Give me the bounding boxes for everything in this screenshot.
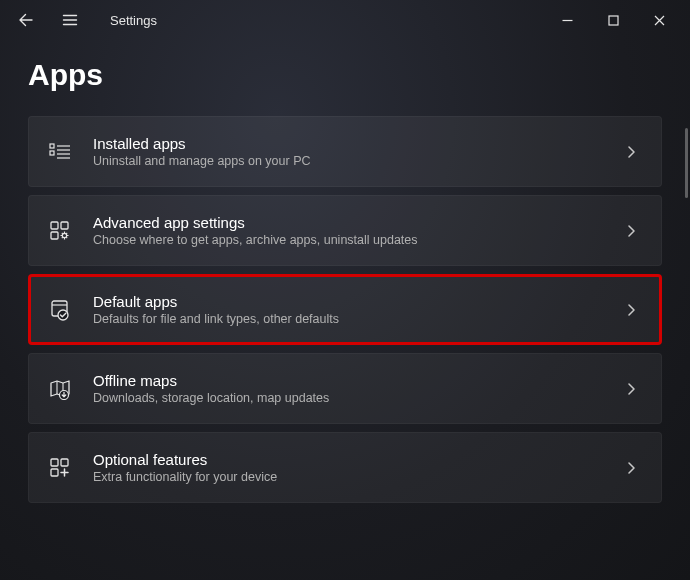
settings-item-advanced-app-settings[interactable]: Advanced app settings Choose where to ge… (28, 195, 662, 266)
item-text: Default apps Defaults for file and link … (93, 293, 599, 326)
chevron-right-icon (621, 142, 641, 162)
item-text: Offline maps Downloads, storage location… (93, 372, 599, 405)
svg-rect-2 (50, 151, 54, 155)
item-subtitle: Extra functionality for your device (93, 470, 599, 484)
svg-point-13 (58, 310, 68, 320)
settings-item-optional-features[interactable]: Optional features Extra functionality fo… (28, 432, 662, 503)
item-text: Optional features Extra functionality fo… (93, 451, 599, 484)
item-title: Installed apps (93, 135, 599, 152)
scrollbar-thumb[interactable] (685, 128, 688, 198)
item-subtitle: Downloads, storage location, map updates (93, 391, 599, 405)
advanced-app-settings-icon (49, 220, 71, 242)
item-title: Offline maps (93, 372, 599, 389)
svg-rect-8 (61, 222, 68, 229)
svg-rect-7 (51, 222, 58, 229)
item-subtitle: Uninstall and manage apps on your PC (93, 154, 599, 168)
item-subtitle: Choose where to get apps, archive apps, … (93, 233, 599, 247)
settings-item-installed-apps[interactable]: Installed apps Uninstall and manage apps… (28, 116, 662, 187)
chevron-right-icon (621, 379, 641, 399)
chevron-right-icon (621, 458, 641, 478)
svg-rect-1 (50, 144, 54, 148)
titlebar: Settings (0, 0, 690, 40)
titlebar-left: Settings (8, 2, 157, 38)
installed-apps-icon (49, 141, 71, 163)
item-title: Default apps (93, 293, 599, 310)
svg-rect-19 (51, 469, 58, 476)
minimize-button[interactable] (544, 4, 590, 36)
chevron-right-icon (621, 221, 641, 241)
maximize-button[interactable] (590, 4, 636, 36)
back-button[interactable] (8, 2, 44, 38)
hamburger-menu-button[interactable] (52, 2, 88, 38)
close-icon (654, 15, 665, 26)
page-header: Apps (0, 40, 690, 116)
page-title: Apps (28, 58, 662, 92)
back-arrow-icon (18, 12, 34, 28)
chevron-right-icon (621, 300, 641, 320)
settings-item-default-apps[interactable]: Default apps Defaults for file and link … (28, 274, 662, 345)
svg-rect-18 (61, 459, 68, 466)
app-title: Settings (110, 13, 157, 28)
svg-rect-9 (51, 232, 58, 239)
item-title: Advanced app settings (93, 214, 599, 231)
settings-item-offline-maps[interactable]: Offline maps Downloads, storage location… (28, 353, 662, 424)
default-apps-icon (49, 299, 71, 321)
item-title: Optional features (93, 451, 599, 468)
close-button[interactable] (636, 4, 682, 36)
maximize-icon (608, 15, 619, 26)
svg-point-10 (62, 233, 66, 237)
hamburger-icon (62, 12, 78, 28)
offline-maps-icon (49, 378, 71, 400)
svg-rect-0 (609, 16, 618, 25)
window-controls (544, 4, 682, 36)
optional-features-icon (49, 457, 71, 479)
item-text: Installed apps Uninstall and manage apps… (93, 135, 599, 168)
settings-list: Installed apps Uninstall and manage apps… (0, 116, 690, 507)
svg-rect-17 (51, 459, 58, 466)
item-text: Advanced app settings Choose where to ge… (93, 214, 599, 247)
item-subtitle: Defaults for file and link types, other … (93, 312, 599, 326)
minimize-icon (562, 15, 573, 26)
